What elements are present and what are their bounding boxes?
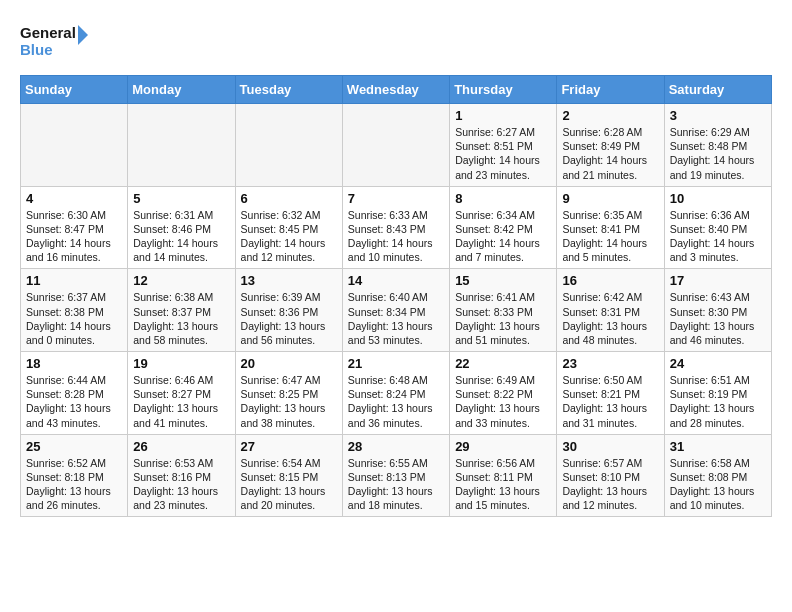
logo-svg: General Blue: [20, 20, 90, 65]
weekday-header: Wednesday: [342, 76, 449, 104]
day-number: 11: [26, 273, 122, 288]
calendar-cell: 22Sunrise: 6:49 AM Sunset: 8:22 PM Dayli…: [450, 352, 557, 435]
day-info: Sunrise: 6:29 AM Sunset: 8:48 PM Dayligh…: [670, 125, 766, 182]
calendar-cell: [21, 104, 128, 187]
calendar-table: SundayMondayTuesdayWednesdayThursdayFrid…: [20, 75, 772, 517]
calendar-cell: 20Sunrise: 6:47 AM Sunset: 8:25 PM Dayli…: [235, 352, 342, 435]
day-info: Sunrise: 6:30 AM Sunset: 8:47 PM Dayligh…: [26, 208, 122, 265]
day-info: Sunrise: 6:46 AM Sunset: 8:27 PM Dayligh…: [133, 373, 229, 430]
calendar-cell: 11Sunrise: 6:37 AM Sunset: 8:38 PM Dayli…: [21, 269, 128, 352]
page-header: General Blue: [20, 20, 772, 65]
calendar-cell: 4Sunrise: 6:30 AM Sunset: 8:47 PM Daylig…: [21, 186, 128, 269]
calendar-cell: 24Sunrise: 6:51 AM Sunset: 8:19 PM Dayli…: [664, 352, 771, 435]
day-number: 29: [455, 439, 551, 454]
day-number: 4: [26, 191, 122, 206]
day-info: Sunrise: 6:33 AM Sunset: 8:43 PM Dayligh…: [348, 208, 444, 265]
day-info: Sunrise: 6:39 AM Sunset: 8:36 PM Dayligh…: [241, 290, 337, 347]
day-info: Sunrise: 6:40 AM Sunset: 8:34 PM Dayligh…: [348, 290, 444, 347]
calendar-cell: 1Sunrise: 6:27 AM Sunset: 8:51 PM Daylig…: [450, 104, 557, 187]
calendar-cell: 8Sunrise: 6:34 AM Sunset: 8:42 PM Daylig…: [450, 186, 557, 269]
calendar-cell: 17Sunrise: 6:43 AM Sunset: 8:30 PM Dayli…: [664, 269, 771, 352]
day-info: Sunrise: 6:27 AM Sunset: 8:51 PM Dayligh…: [455, 125, 551, 182]
calendar-cell: 16Sunrise: 6:42 AM Sunset: 8:31 PM Dayli…: [557, 269, 664, 352]
calendar-week-row: 1Sunrise: 6:27 AM Sunset: 8:51 PM Daylig…: [21, 104, 772, 187]
day-number: 25: [26, 439, 122, 454]
day-info: Sunrise: 6:28 AM Sunset: 8:49 PM Dayligh…: [562, 125, 658, 182]
calendar-cell: 29Sunrise: 6:56 AM Sunset: 8:11 PM Dayli…: [450, 434, 557, 517]
svg-marker-2: [78, 25, 88, 45]
day-number: 3: [670, 108, 766, 123]
day-info: Sunrise: 6:58 AM Sunset: 8:08 PM Dayligh…: [670, 456, 766, 513]
calendar-week-row: 11Sunrise: 6:37 AM Sunset: 8:38 PM Dayli…: [21, 269, 772, 352]
calendar-cell: 13Sunrise: 6:39 AM Sunset: 8:36 PM Dayli…: [235, 269, 342, 352]
day-info: Sunrise: 6:57 AM Sunset: 8:10 PM Dayligh…: [562, 456, 658, 513]
day-info: Sunrise: 6:55 AM Sunset: 8:13 PM Dayligh…: [348, 456, 444, 513]
svg-text:Blue: Blue: [20, 41, 53, 58]
calendar-cell: 27Sunrise: 6:54 AM Sunset: 8:15 PM Dayli…: [235, 434, 342, 517]
calendar-cell: 23Sunrise: 6:50 AM Sunset: 8:21 PM Dayli…: [557, 352, 664, 435]
day-number: 12: [133, 273, 229, 288]
calendar-cell: 25Sunrise: 6:52 AM Sunset: 8:18 PM Dayli…: [21, 434, 128, 517]
day-number: 19: [133, 356, 229, 371]
day-number: 14: [348, 273, 444, 288]
day-number: 24: [670, 356, 766, 371]
day-number: 28: [348, 439, 444, 454]
weekday-header-row: SundayMondayTuesdayWednesdayThursdayFrid…: [21, 76, 772, 104]
day-info: Sunrise: 6:54 AM Sunset: 8:15 PM Dayligh…: [241, 456, 337, 513]
calendar-cell: 30Sunrise: 6:57 AM Sunset: 8:10 PM Dayli…: [557, 434, 664, 517]
calendar-cell: 3Sunrise: 6:29 AM Sunset: 8:48 PM Daylig…: [664, 104, 771, 187]
day-number: 26: [133, 439, 229, 454]
weekday-header: Friday: [557, 76, 664, 104]
day-info: Sunrise: 6:53 AM Sunset: 8:16 PM Dayligh…: [133, 456, 229, 513]
day-info: Sunrise: 6:44 AM Sunset: 8:28 PM Dayligh…: [26, 373, 122, 430]
day-number: 6: [241, 191, 337, 206]
weekday-header: Thursday: [450, 76, 557, 104]
day-number: 31: [670, 439, 766, 454]
calendar-cell: 2Sunrise: 6:28 AM Sunset: 8:49 PM Daylig…: [557, 104, 664, 187]
calendar-cell: 26Sunrise: 6:53 AM Sunset: 8:16 PM Dayli…: [128, 434, 235, 517]
day-info: Sunrise: 6:42 AM Sunset: 8:31 PM Dayligh…: [562, 290, 658, 347]
calendar-cell: 10Sunrise: 6:36 AM Sunset: 8:40 PM Dayli…: [664, 186, 771, 269]
day-info: Sunrise: 6:56 AM Sunset: 8:11 PM Dayligh…: [455, 456, 551, 513]
day-number: 18: [26, 356, 122, 371]
calendar-week-row: 4Sunrise: 6:30 AM Sunset: 8:47 PM Daylig…: [21, 186, 772, 269]
calendar-week-row: 18Sunrise: 6:44 AM Sunset: 8:28 PM Dayli…: [21, 352, 772, 435]
calendar-cell: [128, 104, 235, 187]
calendar-cell: 12Sunrise: 6:38 AM Sunset: 8:37 PM Dayli…: [128, 269, 235, 352]
day-number: 27: [241, 439, 337, 454]
calendar-cell: 6Sunrise: 6:32 AM Sunset: 8:45 PM Daylig…: [235, 186, 342, 269]
day-info: Sunrise: 6:36 AM Sunset: 8:40 PM Dayligh…: [670, 208, 766, 265]
calendar-cell: [235, 104, 342, 187]
day-info: Sunrise: 6:38 AM Sunset: 8:37 PM Dayligh…: [133, 290, 229, 347]
calendar-cell: 5Sunrise: 6:31 AM Sunset: 8:46 PM Daylig…: [128, 186, 235, 269]
calendar-cell: 19Sunrise: 6:46 AM Sunset: 8:27 PM Dayli…: [128, 352, 235, 435]
day-number: 22: [455, 356, 551, 371]
day-number: 16: [562, 273, 658, 288]
day-number: 5: [133, 191, 229, 206]
day-number: 13: [241, 273, 337, 288]
weekday-header: Monday: [128, 76, 235, 104]
day-number: 1: [455, 108, 551, 123]
day-info: Sunrise: 6:49 AM Sunset: 8:22 PM Dayligh…: [455, 373, 551, 430]
calendar-cell: 7Sunrise: 6:33 AM Sunset: 8:43 PM Daylig…: [342, 186, 449, 269]
calendar-week-row: 25Sunrise: 6:52 AM Sunset: 8:18 PM Dayli…: [21, 434, 772, 517]
day-info: Sunrise: 6:34 AM Sunset: 8:42 PM Dayligh…: [455, 208, 551, 265]
day-info: Sunrise: 6:52 AM Sunset: 8:18 PM Dayligh…: [26, 456, 122, 513]
day-info: Sunrise: 6:50 AM Sunset: 8:21 PM Dayligh…: [562, 373, 658, 430]
day-number: 17: [670, 273, 766, 288]
svg-text:General: General: [20, 24, 76, 41]
day-info: Sunrise: 6:43 AM Sunset: 8:30 PM Dayligh…: [670, 290, 766, 347]
day-number: 21: [348, 356, 444, 371]
calendar-cell: 14Sunrise: 6:40 AM Sunset: 8:34 PM Dayli…: [342, 269, 449, 352]
day-info: Sunrise: 6:37 AM Sunset: 8:38 PM Dayligh…: [26, 290, 122, 347]
day-number: 8: [455, 191, 551, 206]
calendar-cell: 31Sunrise: 6:58 AM Sunset: 8:08 PM Dayli…: [664, 434, 771, 517]
day-number: 20: [241, 356, 337, 371]
logo: General Blue: [20, 20, 90, 65]
weekday-header: Tuesday: [235, 76, 342, 104]
day-number: 15: [455, 273, 551, 288]
calendar-cell: [342, 104, 449, 187]
day-info: Sunrise: 6:35 AM Sunset: 8:41 PM Dayligh…: [562, 208, 658, 265]
day-number: 9: [562, 191, 658, 206]
day-number: 2: [562, 108, 658, 123]
